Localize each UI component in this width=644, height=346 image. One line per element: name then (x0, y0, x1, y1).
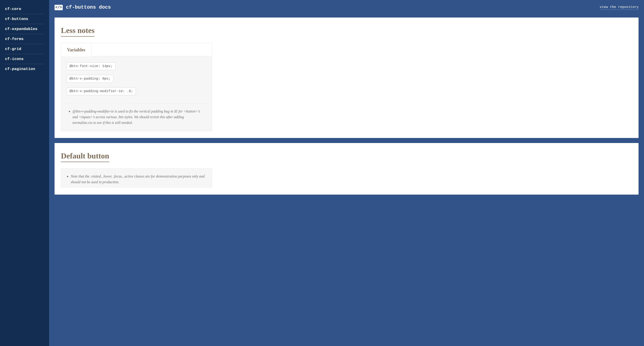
tabs-container: Variables @btn-font-size: 14px; @btn-v-p… (61, 43, 212, 131)
sidebar-item-cf-grid[interactable]: cf-grid (0, 44, 49, 54)
topbar: </> cf-buttons docs view the repository (49, 0, 644, 13)
notes-panel: Note that the .visited, .hover, .focus, … (61, 168, 212, 188)
tab-panel-variables: @btn-font-size: 14px; @btn-v-padding: 9p… (61, 56, 212, 103)
section-heading-default-button: Default button (61, 152, 109, 162)
sidebar-item-cf-icons[interactable]: cf-icons (0, 54, 49, 64)
section-heading-less-notes: Less notes (61, 26, 94, 37)
sidebar-item-cf-expandables[interactable]: cf-expandables (0, 24, 49, 34)
page-title: cf-buttons docs (66, 5, 111, 10)
sidebar: cf-core cf-buttons cf-expandables cf-for… (0, 0, 49, 346)
sidebar-item-cf-pagination[interactable]: cf-pagination (0, 64, 49, 74)
section-default-button: Default button Note that the .visited, .… (54, 143, 638, 195)
tabs-row: Variables (61, 43, 212, 56)
main-content: </> cf-buttons docs view the repository … (49, 0, 644, 346)
code-icon: </> (54, 5, 63, 10)
code-snippet: @btn-v-padding-modifier-ie: .8; (66, 87, 136, 95)
sidebar-item-cf-buttons[interactable]: cf-buttons (0, 14, 49, 24)
notes-panel: @btn-v-padding-modifier-ie is used to fi… (61, 103, 212, 131)
note-text: @btn-v-padding-modifier-ie is used to fi… (72, 109, 204, 126)
tab-variables[interactable]: Variables (61, 43, 91, 56)
sidebar-item-cf-core[interactable]: cf-core (0, 4, 49, 14)
note-text: Note that the .visited, .hover, .focus, … (71, 174, 206, 185)
view-repository-link[interactable]: view the repository (600, 5, 638, 10)
code-snippet: @btn-v-padding: 9px; (66, 75, 114, 83)
sidebar-item-cf-forms[interactable]: cf-forms (0, 34, 49, 44)
section-less-notes: Less notes Variables @btn-font-size: 14p… (54, 18, 638, 138)
code-snippet: @btn-font-size: 14px; (66, 62, 116, 70)
